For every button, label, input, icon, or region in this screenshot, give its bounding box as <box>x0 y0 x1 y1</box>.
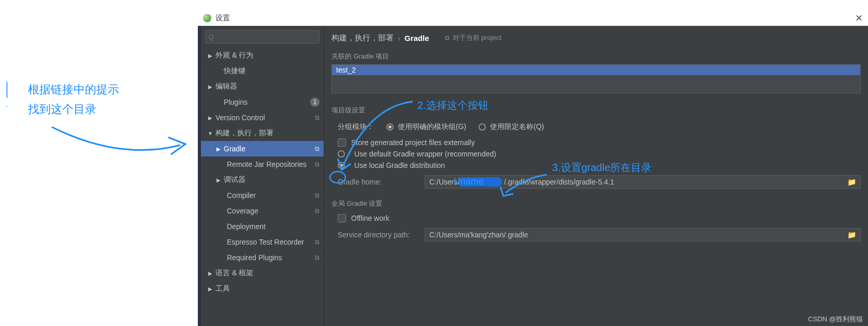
sidebar-item-vcs[interactable]: ▶Version Control⧉ <box>201 110 324 125</box>
radio-icon <box>338 162 345 169</box>
service-dir-field[interactable]: C:/Users/ma'kang'zhan/.gradle 📁 <box>425 228 861 242</box>
checkbox-icon <box>338 138 346 147</box>
sidebar-item-deployment[interactable]: Deployment <box>201 219 324 234</box>
sidebar-item-label: Deployment <box>225 222 320 231</box>
radio-label: Use default Gradle wrapper (recommended) <box>354 150 496 158</box>
sidebar-item-label: Compiler <box>225 191 315 200</box>
gradle-home-value-post: /.gradle/wrapper/dists/gradle-5.4.1 <box>504 178 614 186</box>
sidebar-item-build[interactable]: ▼构建，执行，部署 <box>201 125 324 141</box>
close-icon[interactable]: ✕ <box>855 12 863 24</box>
sidebar-item-keymap[interactable]: 快捷键 <box>201 63 324 79</box>
copy-icon: ⧉ <box>315 145 320 152</box>
search-input[interactable] <box>205 30 320 44</box>
sidebar-item-label: Coverage <box>225 207 315 215</box>
service-dir-value: C:/Users/ma'kang'zhan/.gradle <box>429 231 528 239</box>
sidebar-item-label: 调试器 <box>222 175 320 185</box>
gradle-home-label: Gradle home: <box>338 178 425 186</box>
radio-icon <box>386 123 394 131</box>
scope-badge: ⧉ 对于当前 project <box>445 33 502 42</box>
annotation-left-pane: | 、 根据链接中的提示 找到这个目录 <box>0 0 198 326</box>
offline-work-row[interactable]: Offline work <box>331 212 861 224</box>
sidebar-item-label: 快捷键 <box>222 66 320 76</box>
copy-icon: ⧉ <box>315 192 320 199</box>
sidebar-item-languages[interactable]: ▶语言 & 框架 <box>201 265 324 281</box>
group-modules-explicit[interactable]: 使用明确的模块组(G) <box>386 122 466 132</box>
settings-sidebar: ▶外观 & 行为 快捷键 ▶编辑器 Plugins1 ▶Version Cont… <box>201 26 324 326</box>
annotation-dot: 、 <box>5 100 12 109</box>
linked-projects-list[interactable]: test_2 <box>331 64 861 93</box>
group-modules-label: 分组模块： <box>338 122 374 132</box>
scope-text: 对于当前 project <box>453 33 502 42</box>
copy-icon: ⧉ <box>315 161 320 168</box>
checkbox-label: Store generated project files externally <box>351 138 475 147</box>
settings-content: 构建，执行，部署 › Gradle ⧉ 对于当前 project 关联的 Gra… <box>324 26 868 326</box>
settings-titlebar: 设置 ✕ <box>198 10 868 26</box>
sidebar-item-coverage[interactable]: Coverage⧉ <box>201 203 324 219</box>
breadcrumb-sep: › <box>398 34 400 42</box>
breadcrumb-root[interactable]: 构建，执行，部署 <box>331 33 394 43</box>
sidebar-item-label: 语言 & 框架 <box>213 268 320 278</box>
plugins-badge: 1 <box>310 97 320 107</box>
service-dir-row: Service directory path: C:/Users/ma'kang… <box>331 224 861 246</box>
sidebar-item-compiler[interactable]: Compiler⧉ <box>201 188 324 203</box>
service-dir-label: Service directory path: <box>338 231 425 239</box>
breadcrumb: 构建，执行，部署 › Gradle ⧉ 对于当前 project <box>331 26 861 50</box>
gradle-home-value-pre: C:/Users/ <box>429 178 459 186</box>
sidebar-item-label: 构建，执行，部署 <box>213 129 320 138</box>
radio-label: 使用明确的模块组(G) <box>398 122 466 131</box>
sidebar-item-required-plugins[interactable]: Required Plugins⧉ <box>201 250 324 265</box>
linked-projects-label: 关联的 Gradle 项目 <box>331 52 861 61</box>
sidebar-item-plugins[interactable]: Plugins1 <box>201 94 324 110</box>
radio-icon <box>479 123 486 131</box>
sidebar-item-remote-jar[interactable]: Remote Jar Repositories⧉ <box>201 157 324 172</box>
sidebar-item-editor[interactable]: ▶编辑器 <box>201 79 324 94</box>
sidebar-item-label: Gradle <box>222 145 315 153</box>
annotation-redaction <box>458 177 502 187</box>
sidebar-item-appearance[interactable]: ▶外观 & 行为 <box>201 48 324 63</box>
radio-icon <box>338 150 345 158</box>
gradle-home-row: Gradle home: C:/Users/ /.gradle/wrapper/… <box>331 171 861 193</box>
copy-icon: ⧉ <box>445 34 450 41</box>
sidebar-item-label: Required Plugins <box>225 253 315 262</box>
settings-dialog: ▶外观 & 行为 快捷键 ▶编辑器 Plugins1 ▶Version Cont… <box>198 26 868 326</box>
sidebar-item-label: 编辑器 <box>213 82 320 91</box>
sidebar-item-label: 工具 <box>213 284 320 293</box>
gradle-home-field[interactable]: C:/Users/ /.gradle/wrapper/dists/gradle-… <box>425 175 861 189</box>
global-settings-label: 全局 Gradle 设置 <box>331 199 861 208</box>
settings-tree: ▶外观 & 行为 快捷键 ▶编辑器 Plugins1 ▶Version Cont… <box>201 48 324 326</box>
sidebar-item-label: 外观 & 行为 <box>213 51 320 60</box>
annotation-arrow-1 <box>47 114 197 166</box>
watermark: CSDN @胜利熊猫 <box>808 315 863 324</box>
copy-icon: ⧉ <box>315 114 320 121</box>
group-modules-qualified[interactable]: 使用限定名称(Q) <box>479 122 544 132</box>
checkbox-label: Offline work <box>351 214 389 222</box>
annotation-1-line1: 根据链接中的提示 <box>28 82 119 97</box>
settings-title: 设置 <box>215 13 230 23</box>
radio-label: Use local Gradle distribution <box>354 161 445 169</box>
breadcrumb-leaf: Gradle <box>404 34 429 42</box>
sidebar-item-gradle[interactable]: ▶Gradle⧉ <box>201 141 324 157</box>
copy-icon: ⧉ <box>315 207 320 215</box>
sidebar-item-label: Remote Jar Repositories <box>225 160 315 168</box>
copy-icon: ⧉ <box>315 254 320 261</box>
sidebar-item-tools[interactable]: ▶工具 <box>201 281 324 296</box>
radio-label: 使用限定名称(Q) <box>490 122 544 131</box>
sidebar-item-espresso[interactable]: Espresso Test Recorder⧉ <box>201 234 324 250</box>
android-studio-icon <box>203 14 211 22</box>
use-local-distribution-row[interactable]: Use local Gradle distribution <box>331 160 861 171</box>
sidebar-item-debugger[interactable]: ▶调试器 <box>201 172 324 188</box>
use-default-wrapper-row[interactable]: Use default Gradle wrapper (recommended) <box>331 148 861 160</box>
group-modules-row: 分组模块： 使用明确的模块组(G) 使用限定名称(Q) <box>331 120 861 137</box>
annotation-bar: | <box>5 79 9 98</box>
folder-icon[interactable]: 📁 <box>847 178 856 186</box>
store-externally-row[interactable]: Store generated project files externally <box>331 137 861 148</box>
sidebar-item-label: Espresso Test Recorder <box>225 238 315 246</box>
linked-project-item[interactable]: test_2 <box>332 65 860 75</box>
project-level-settings-label: 项目级设置 <box>331 106 861 115</box>
sidebar-item-label: Plugins <box>222 98 310 106</box>
folder-icon[interactable]: 📁 <box>847 231 856 239</box>
sidebar-item-label: Version Control <box>213 114 315 122</box>
checkbox-icon <box>338 214 346 222</box>
copy-icon: ⧉ <box>315 238 320 246</box>
